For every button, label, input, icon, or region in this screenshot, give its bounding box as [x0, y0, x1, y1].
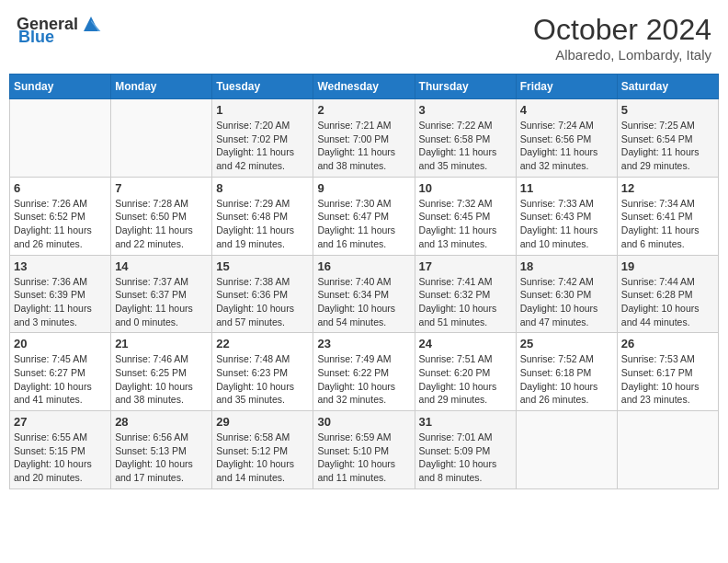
- calendar-cell: 19Sunrise: 7:44 AMSunset: 6:28 PMDayligh…: [617, 255, 718, 333]
- day-number: 20: [14, 337, 107, 350]
- day-info: Sunrise: 6:59 AMSunset: 5:10 PMDaylight:…: [317, 431, 410, 485]
- day-number: 6: [14, 181, 107, 195]
- day-info: Sunrise: 7:49 AMSunset: 6:22 PMDaylight:…: [317, 352, 410, 407]
- day-number: 14: [115, 259, 208, 273]
- title-block: October 2024 Albaredo, Lombardy, Italy: [533, 13, 711, 63]
- calendar-cell: 9Sunrise: 7:30 AMSunset: 6:47 PMDaylight…: [313, 177, 415, 255]
- logo-blue: Blue: [18, 28, 54, 47]
- day-info: Sunrise: 7:36 AMSunset: 6:39 PMDaylight:…: [14, 275, 107, 329]
- day-info: Sunrise: 7:33 AMSunset: 6:43 PMDaylight:…: [520, 197, 613, 251]
- week-row-1: 1Sunrise: 7:20 AMSunset: 7:02 PMDaylight…: [10, 99, 719, 178]
- day-of-week-monday: Monday: [111, 75, 212, 99]
- calendar-cell: 8Sunrise: 7:29 AMSunset: 6:48 PMDaylight…: [212, 177, 313, 255]
- calendar-cell: 23Sunrise: 7:49 AMSunset: 6:22 PMDayligh…: [313, 333, 415, 411]
- calendar-cell: 31Sunrise: 7:01 AMSunset: 5:09 PMDayligh…: [415, 411, 516, 489]
- week-row-5: 27Sunrise: 6:55 AMSunset: 5:15 PMDayligh…: [10, 411, 719, 489]
- week-row-3: 13Sunrise: 7:36 AMSunset: 6:39 PMDayligh…: [10, 255, 719, 333]
- calendar-body: 1Sunrise: 7:20 AMSunset: 7:02 PMDaylight…: [10, 99, 719, 489]
- calendar-table: SundayMondayTuesdayWednesdayThursdayFrid…: [9, 74, 719, 489]
- calendar-cell: 6Sunrise: 7:26 AMSunset: 6:52 PMDaylight…: [10, 177, 111, 255]
- day-info: Sunrise: 7:38 AMSunset: 6:36 PMDaylight:…: [216, 275, 309, 329]
- day-number: 25: [520, 337, 613, 350]
- day-number: 29: [216, 415, 309, 429]
- day-info: Sunrise: 7:51 AMSunset: 6:20 PMDaylight:…: [419, 352, 512, 407]
- days-of-week-row: SundayMondayTuesdayWednesdayThursdayFrid…: [10, 75, 719, 99]
- week-row-4: 20Sunrise: 7:45 AMSunset: 6:27 PMDayligh…: [10, 333, 719, 411]
- day-info: Sunrise: 7:01 AMSunset: 5:09 PMDaylight:…: [419, 431, 512, 485]
- day-number: 28: [115, 415, 208, 429]
- day-info: Sunrise: 7:48 AMSunset: 6:23 PMDaylight:…: [216, 352, 309, 407]
- day-number: 21: [115, 337, 208, 350]
- day-number: 10: [419, 181, 512, 195]
- svg-marker-0: [84, 17, 98, 31]
- day-number: 2: [317, 103, 410, 117]
- day-number: 27: [14, 415, 107, 429]
- day-info: Sunrise: 7:30 AMSunset: 6:47 PMDaylight:…: [317, 197, 410, 251]
- calendar-cell: 4Sunrise: 7:24 AMSunset: 6:56 PMDaylight…: [516, 99, 617, 178]
- calendar-header: SundayMondayTuesdayWednesdayThursdayFrid…: [10, 75, 719, 99]
- calendar-cell: 30Sunrise: 6:59 AMSunset: 5:10 PMDayligh…: [313, 411, 415, 489]
- day-info: Sunrise: 7:34 AMSunset: 6:41 PMDaylight:…: [621, 197, 714, 251]
- day-info: Sunrise: 7:53 AMSunset: 6:17 PMDaylight:…: [621, 352, 714, 407]
- day-info: Sunrise: 7:32 AMSunset: 6:45 PMDaylight:…: [419, 197, 512, 251]
- calendar-cell: [111, 99, 212, 178]
- day-info: Sunrise: 7:45 AMSunset: 6:27 PMDaylight:…: [14, 352, 107, 407]
- day-info: Sunrise: 7:25 AMSunset: 6:54 PMDaylight:…: [621, 119, 714, 173]
- day-number: 30: [317, 415, 410, 429]
- calendar-cell: 7Sunrise: 7:28 AMSunset: 6:50 PMDaylight…: [111, 177, 212, 255]
- calendar-cell: 17Sunrise: 7:41 AMSunset: 6:32 PMDayligh…: [415, 255, 516, 333]
- day-number: 1: [216, 103, 309, 117]
- logo: General Blue: [17, 13, 102, 47]
- day-number: 24: [419, 337, 512, 350]
- calendar-cell: 28Sunrise: 6:56 AMSunset: 5:13 PMDayligh…: [111, 411, 212, 489]
- day-number: 16: [317, 259, 410, 273]
- calendar-cell: [617, 411, 718, 489]
- calendar-cell: 27Sunrise: 6:55 AMSunset: 5:15 PMDayligh…: [10, 411, 111, 489]
- day-number: 31: [419, 415, 512, 429]
- day-info: Sunrise: 6:56 AMSunset: 5:13 PMDaylight:…: [115, 431, 208, 485]
- day-info: Sunrise: 6:55 AMSunset: 5:15 PMDaylight:…: [14, 431, 107, 485]
- location-title: Albaredo, Lombardy, Italy: [533, 47, 711, 63]
- calendar-cell: 2Sunrise: 7:21 AMSunset: 7:00 PMDaylight…: [313, 99, 415, 178]
- calendar-cell: 11Sunrise: 7:33 AMSunset: 6:43 PMDayligh…: [516, 177, 617, 255]
- day-info: Sunrise: 7:37 AMSunset: 6:37 PMDaylight:…: [115, 275, 208, 329]
- day-number: 9: [317, 181, 410, 195]
- day-number: 8: [216, 181, 309, 195]
- calendar-cell: 21Sunrise: 7:46 AMSunset: 6:25 PMDayligh…: [111, 333, 212, 411]
- logo-icon: [80, 13, 102, 35]
- page-header: General Blue October 2024 Albaredo, Lomb…: [9, 9, 719, 66]
- day-number: 26: [621, 337, 714, 350]
- calendar-cell: 26Sunrise: 7:53 AMSunset: 6:17 PMDayligh…: [617, 333, 718, 411]
- day-number: 7: [115, 181, 208, 195]
- day-info: Sunrise: 7:24 AMSunset: 6:56 PMDaylight:…: [520, 119, 613, 173]
- day-info: Sunrise: 7:28 AMSunset: 6:50 PMDaylight:…: [115, 197, 208, 251]
- calendar-cell: [516, 411, 617, 489]
- day-number: 12: [621, 181, 714, 195]
- day-info: Sunrise: 7:22 AMSunset: 6:58 PMDaylight:…: [419, 119, 512, 173]
- day-info: Sunrise: 7:41 AMSunset: 6:32 PMDaylight:…: [419, 275, 512, 329]
- calendar-cell: 22Sunrise: 7:48 AMSunset: 6:23 PMDayligh…: [212, 333, 313, 411]
- day-number: 22: [216, 337, 309, 350]
- calendar-cell: 16Sunrise: 7:40 AMSunset: 6:34 PMDayligh…: [313, 255, 415, 333]
- day-info: Sunrise: 7:52 AMSunset: 6:18 PMDaylight:…: [520, 352, 613, 407]
- week-row-2: 6Sunrise: 7:26 AMSunset: 6:52 PMDaylight…: [10, 177, 719, 255]
- day-info: Sunrise: 6:58 AMSunset: 5:12 PMDaylight:…: [216, 431, 309, 485]
- day-info: Sunrise: 7:44 AMSunset: 6:28 PMDaylight:…: [621, 275, 714, 329]
- calendar-cell: 3Sunrise: 7:22 AMSunset: 6:58 PMDaylight…: [415, 99, 516, 178]
- day-of-week-wednesday: Wednesday: [313, 75, 415, 99]
- calendar-cell: 25Sunrise: 7:52 AMSunset: 6:18 PMDayligh…: [516, 333, 617, 411]
- day-of-week-friday: Friday: [516, 75, 617, 99]
- calendar-cell: 29Sunrise: 6:58 AMSunset: 5:12 PMDayligh…: [212, 411, 313, 489]
- calendar-cell: 18Sunrise: 7:42 AMSunset: 6:30 PMDayligh…: [516, 255, 617, 333]
- day-info: Sunrise: 7:42 AMSunset: 6:30 PMDaylight:…: [520, 275, 613, 329]
- day-info: Sunrise: 7:26 AMSunset: 6:52 PMDaylight:…: [14, 197, 107, 251]
- day-of-week-tuesday: Tuesday: [212, 75, 313, 99]
- day-number: 5: [621, 103, 714, 117]
- day-info: Sunrise: 7:29 AMSunset: 6:48 PMDaylight:…: [216, 197, 309, 251]
- day-number: 15: [216, 259, 309, 273]
- calendar-cell: 15Sunrise: 7:38 AMSunset: 6:36 PMDayligh…: [212, 255, 313, 333]
- day-number: 23: [317, 337, 410, 350]
- calendar-cell: [10, 99, 111, 178]
- day-info: Sunrise: 7:40 AMSunset: 6:34 PMDaylight:…: [317, 275, 410, 329]
- calendar-cell: 14Sunrise: 7:37 AMSunset: 6:37 PMDayligh…: [111, 255, 212, 333]
